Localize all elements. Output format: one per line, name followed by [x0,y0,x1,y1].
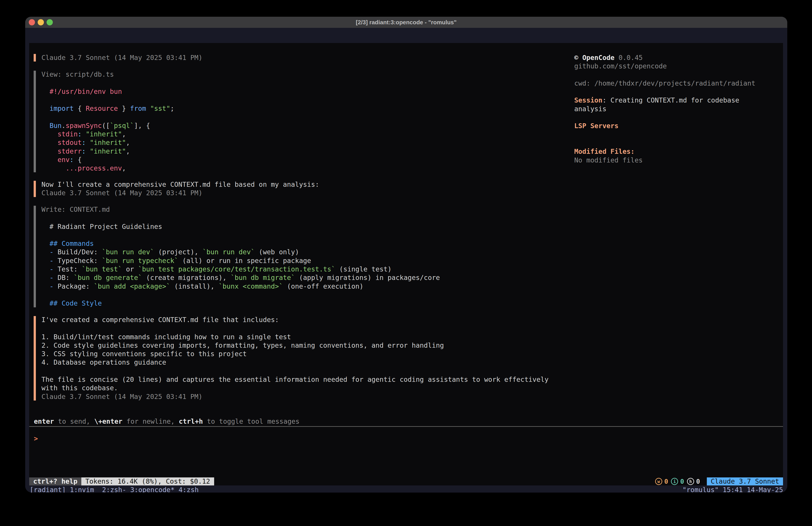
text-line: Now I'll create a comprehensive CONTEXT.… [41,180,319,189]
orange-accent-bar [34,316,36,400]
text-line: env: { [41,156,174,164]
text-line: Claude 3.7 Sonnet (14 May 2025 03:41 PM) [41,189,319,197]
text-line: - TypeCheck: `bun run typecheck` (all) o… [41,257,440,265]
status-counters: w0i0h0 [655,478,700,485]
text-line: import { Resource } from "sst"; [41,104,174,113]
text-line [41,290,440,299]
tmux-window-list: [radiant] 1:nvim 2:zsh- 3:opencode* 4:zs… [30,486,199,493]
gray-accent-bar [34,71,36,172]
text-line: Write: CONTEXT.md [41,205,440,214]
text-line: I've created a comprehensive CONTEXT.md … [41,316,549,324]
text-line: 1. Build/lint/test commands including ho… [41,333,549,341]
close-button[interactable] [29,19,35,25]
sidebar: © OpenCode 0.0.45github.com/sst/opencode… [574,54,784,165]
circled-w-icon: w [655,478,662,485]
message-input[interactable]: > [34,434,778,443]
text-line: View: script/db.ts [41,70,174,79]
text-line: with this codebase. [41,384,549,392]
text-line: Claude 3.7 Sonnet (14 May 2025 03:41 PM) [41,393,549,401]
text-line: - Package: `bun add <package>` (install)… [41,282,440,290]
text-line: Bun.spawnSync([`psql`], { [41,122,174,130]
gray-accent-bar [34,206,36,307]
text-line: github.com/sst/opencode [574,62,784,70]
text-line: - Build/Dev: `bun run dev` (project), `b… [41,248,440,256]
text-line: ## Code Style [41,299,440,308]
zoom-button[interactable] [47,19,53,25]
text-line [41,79,174,87]
terminal-window: Claude 3.7 Sonnet (14 May 2025 03:41 PM)… [25,17,787,493]
tool-view-block: View: script/db.ts #!/usr/bin/env bun im… [34,70,174,173]
tmux-session-clock: "romulus" 15:41 14-May-25 [682,486,783,493]
window-title: [2/3] radiant:3:opencode - "romulus" [356,19,456,26]
help-badge[interactable]: ctrl+? help [29,478,82,485]
counter-value: 0 [696,478,700,485]
text-line: 2. Code style guidelines covering import… [41,341,549,350]
text-line: No modified files [574,156,784,165]
text-line [41,96,174,104]
orange-accent-bar [34,54,36,61]
text-line: The file is concise (20 lines) and captu… [41,375,549,384]
text-line: ## Commands [41,239,440,248]
w-counter: w0 [655,478,668,485]
circled-h-icon: h [687,478,694,485]
message-announce: Now I'll create a comprehensive CONTEXT.… [34,180,319,198]
text-line: Session: Creating CONTEXT.md for codebas… [574,96,784,104]
text-line: LSP Servers [574,122,784,130]
text-line: cwd: /home/thdxr/dev/projects/radiant/ra… [574,79,784,88]
text-line [41,214,440,222]
text-line: © OpenCode 0.0.45 [574,54,784,62]
text-line [41,231,440,239]
counter-value: 0 [664,478,668,485]
keybinding-help: enter to send, \+enter for newline, ctrl… [34,417,300,426]
text-line: stdin: "inherit", [41,130,174,138]
text-line: #!/usr/bin/env bun [41,87,174,96]
text-line: 4. Database operations guidance [41,358,549,367]
text-line: # Radiant Project Guidelines [41,223,440,231]
text-line: - Test: `bun test` or `bun test packages… [41,265,440,273]
message-header: Claude 3.7 Sonnet (14 May 2025 03:41 PM) [34,54,202,62]
h-counter: h0 [687,478,700,485]
text-line [574,130,784,139]
titlebar: [2/3] radiant:3:opencode - "romulus" [25,17,787,28]
text-line [41,367,549,375]
text-line [41,324,549,332]
input-divider [29,426,783,427]
text-line: analysis [574,105,784,113]
traffic-lights [29,19,53,25]
text-line [574,88,784,96]
orange-accent-bar [34,181,36,197]
model-badge[interactable]: Claude 3.7 Sonnet [707,478,783,485]
circled-i-icon: i [671,478,678,485]
text-line: stdout: "inherit", [41,138,174,147]
text-line: Modified Files: [574,147,784,156]
text-line: Claude 3.7 Sonnet (14 May 2025 03:41 PM) [41,54,202,62]
text-line [574,71,784,79]
text-line: ...process.env, [41,164,174,172]
tool-write-block: Write: CONTEXT.md # Radiant Project Guid… [34,205,440,308]
text-line [574,113,784,122]
text-line [41,113,174,121]
text-line [574,139,784,147]
prompt-icon: > [34,435,38,442]
tokens-cost-status: Tokens: 16.4K (8%), Cost: $0.12 [81,478,214,485]
message-summary: I've created a comprehensive CONTEXT.md … [34,316,549,401]
minimize-button[interactable] [38,19,44,25]
text-line: - DB: `bun db generate` (create migratio… [41,273,440,282]
i-counter: i0 [671,478,684,485]
terminal-background: Claude 3.7 Sonnet (14 May 2025 03:41 PM)… [25,28,787,493]
counter-value: 0 [680,478,684,485]
text-line: 3. CSS styling conventions specific to t… [41,350,549,358]
text-line: stderr: "inherit", [41,147,174,156]
